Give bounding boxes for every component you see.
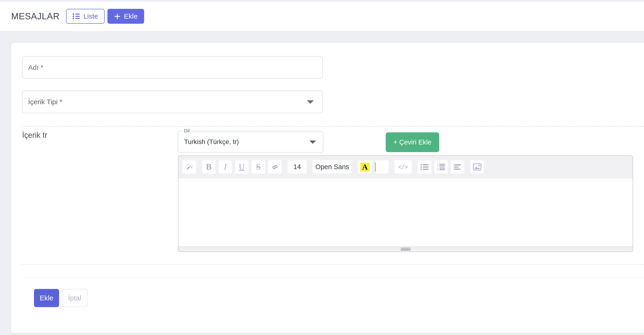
language-select-legend: Dil [182,128,192,134]
footer-divider [22,277,644,278]
language-select-value: Turkish (Türkçe, tr) [178,131,323,152]
rich-text-editor: B I U S 14 [178,155,633,252]
list-icon [72,13,80,20]
name-input[interactable] [22,56,323,79]
font-family-button[interactable]: Open Sans [313,160,352,174]
toolbar-group-color: A [358,160,388,174]
picture-icon[interactable] [470,160,484,174]
font-size-button[interactable]: 14 [288,160,307,174]
section-divider-bottom [22,264,644,265]
underline-button[interactable]: U [235,160,248,174]
liste-button-label: Liste [84,12,98,20]
toolbar-group-font-size: 14 [288,160,307,174]
strikethrough-button[interactable]: S [252,160,265,174]
page-title: MESAJLAR [11,12,60,22]
add-button-header-label: Ekle [124,12,138,20]
bold-button[interactable]: B [202,160,216,174]
toolbar-group-style [182,160,196,174]
liste-button[interactable]: Liste [66,9,104,24]
top-strip [0,0,644,2]
content-type-select-label: İçerik Tipi * [28,98,62,106]
toolbar-group-code: </> [394,160,412,174]
submit-button[interactable]: Ekle [34,289,59,307]
color-dropdown-button[interactable] [375,160,388,174]
ordered-list-icon[interactable]: 1 2 [434,160,448,174]
eraser-icon[interactable] [268,160,282,174]
add-button-header[interactable]: Ekle [108,9,144,24]
cancel-button[interactable]: İptal [62,289,88,307]
chevron-down-icon [307,100,314,104]
form-card: İçerik Tipi * İçerik tr Dil Turkish (Tür… [11,43,644,333]
editor-resize-handle[interactable] [178,247,632,251]
highlight-letter: A [360,163,370,171]
unordered-list-icon[interactable] [418,160,431,174]
code-view-button[interactable]: </> [394,160,412,174]
content-type-select[interactable]: İçerik Tipi * [22,91,323,113]
plus-icon [114,13,120,20]
add-translation-button[interactable]: + Çeviri Ekle [386,132,439,152]
toolbar-group-font-family: Open Sans [313,160,352,174]
toolbar-group-font-style: B I U S [202,160,282,174]
editor-toolbar: B I U S 14 [178,156,632,178]
page: MESAJLAR Liste Ekle İçerik Tipi * [0,0,644,335]
toolbar-group-insert [470,160,484,174]
svg-text:1: 1 [437,164,439,167]
magic-wand-icon[interactable] [182,160,196,174]
paragraph-align-icon[interactable] [451,160,464,174]
content-section-label: İçerik tr [22,131,47,140]
grip-icon [401,248,410,250]
editor-content-area[interactable] [178,178,632,247]
toolbar-group-lists: 1 2 [418,160,464,174]
text-color-button[interactable]: A [358,160,372,174]
section-divider-top [22,126,644,127]
svg-text:2: 2 [437,167,439,171]
italic-button[interactable]: I [218,160,232,174]
header-bar: MESAJLAR Liste Ekle [0,2,644,31]
language-select[interactable]: Dil Turkish (Türkçe, tr) [178,131,324,153]
chevron-down-icon [310,141,316,144]
